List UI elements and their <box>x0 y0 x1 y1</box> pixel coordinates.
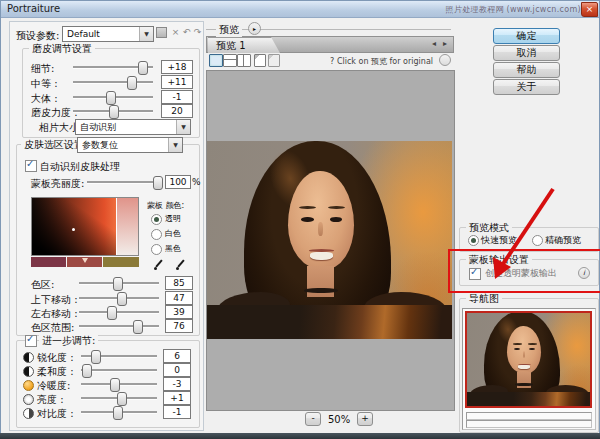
contrast-icon <box>23 408 34 419</box>
tab-prev-icon[interactable]: ◂ <box>432 39 436 48</box>
cancel-button[interactable]: 取消 <box>493 45 560 61</box>
ok-button[interactable]: 确定 <box>493 28 560 44</box>
view-single-icon[interactable] <box>209 54 223 67</box>
sharpness-value[interactable]: 6 <box>163 349 191 363</box>
view-split-horizontal-icon[interactable] <box>223 54 237 67</box>
brightness-value[interactable]: +1 <box>163 391 191 405</box>
portraiture-dialog: Portraiture 照片处理教程网 (www.jcwcn.com) × 预设… <box>0 0 600 434</box>
preset-dropdown[interactable]: Default ▼ <box>62 26 154 42</box>
navigator-viewbox[interactable] <box>465 311 592 408</box>
chevron-down-icon: ▼ <box>176 120 190 134</box>
swatch-left[interactable] <box>31 257 66 267</box>
enhancements-title: 进一步调节: <box>39 334 98 348</box>
zoom-in-button[interactable]: + <box>357 412 373 426</box>
warmth-value[interactable]: -3 <box>163 377 191 391</box>
mask-color-title: 蒙板 颜色: <box>147 200 184 211</box>
vertical-shift-value[interactable]: 47 <box>165 291 193 305</box>
slider-label: 锐化度 : <box>37 351 74 365</box>
detail-slider[interactable] <box>73 61 153 73</box>
mask-brightness-slider[interactable] <box>87 176 161 188</box>
slider-label: 冷暖度: <box>37 379 70 393</box>
slider-label: 色区: <box>31 278 54 292</box>
photo-size-dropdown[interactable]: 自动识别 ▼ <box>75 119 191 135</box>
brightness-slider[interactable] <box>81 392 157 404</box>
skin-tone-picker[interactable] <box>31 197 139 256</box>
enhancements-checkbox[interactable] <box>25 335 37 347</box>
medium-value[interactable]: +11 <box>161 75 193 89</box>
add-preview-icon[interactable] <box>254 54 266 67</box>
about-button[interactable]: 关于 <box>493 79 560 95</box>
warmth-slider[interactable] <box>81 378 157 390</box>
navigator-status-strip <box>466 420 592 428</box>
save-preset-icon[interactable] <box>156 27 167 38</box>
auto-detect-label: 自动识别皮肤处理 <box>40 160 120 174</box>
mask-color-black-radio[interactable] <box>151 244 162 255</box>
swatch-right[interactable] <box>103 257 139 267</box>
auto-detect-checkbox[interactable] <box>25 160 37 172</box>
contrast-slider[interactable] <box>81 406 157 418</box>
preset-label: 预设参数: <box>16 29 59 43</box>
mask-brightness-value[interactable]: 100 <box>165 175 191 189</box>
photo-eye <box>301 217 313 221</box>
hue-value[interactable]: 85 <box>165 276 193 290</box>
mask-brightness-label: 蒙板亮丽度: <box>31 177 84 191</box>
slider-label: 色区范围: <box>31 321 74 335</box>
original-toggle-icon[interactable] <box>439 54 451 66</box>
preview-canvas[interactable] <box>206 70 455 411</box>
preview-tabbar: 预览 1 ◂ ▸ <box>206 36 454 53</box>
title-bar[interactable]: Portraiture 照片处理教程网 (www.jcwcn.com) × <box>1 1 599 18</box>
view-split-vertical-icon[interactable] <box>237 54 251 67</box>
photo-clothing <box>207 305 452 339</box>
range-slider[interactable] <box>79 320 159 332</box>
preview-photo[interactable] <box>207 141 452 339</box>
sharpness-slider[interactable] <box>81 350 157 362</box>
range-value[interactable]: 76 <box>165 319 193 333</box>
duplicate-preview-icon[interactable] <box>268 54 280 67</box>
close-icon[interactable]: × <box>581 2 598 17</box>
preview-menu-icon[interactable]: ▸ <box>248 22 261 35</box>
warmth-icon <box>23 380 34 391</box>
contrast-value[interactable]: -1 <box>163 405 191 419</box>
mask-color-transparent-radio[interactable] <box>151 214 162 225</box>
undo-icon[interactable]: ↶ <box>181 27 192 38</box>
enhancements-group: 进一步调节: 锐化度 : 6 柔和度 : 0 冷暖度: -3 亮度 : +1 对… <box>16 340 200 428</box>
large-slider[interactable] <box>73 91 153 103</box>
delete-preset-icon[interactable]: × <box>170 27 181 38</box>
detail-value[interactable]: +18 <box>161 60 193 74</box>
hue-swatch-bar[interactable] <box>31 257 139 267</box>
help-button[interactable]: 帮助 <box>493 62 560 78</box>
eyedropper-add-icon[interactable] <box>175 259 187 271</box>
vertical-shift-slider[interactable] <box>79 292 159 304</box>
zoom-level: 50% <box>328 414 350 425</box>
slider-label: 大体 : <box>31 92 58 106</box>
strength-value[interactable]: 20 <box>161 104 193 118</box>
radio-label: 透明 <box>165 213 181 224</box>
chevron-down-icon: ▼ <box>168 138 182 152</box>
highlight-arrow <box>471 169 571 284</box>
slider-label: 中等 : <box>31 77 58 91</box>
softness-slider[interactable] <box>81 364 157 376</box>
hue-slider[interactable] <box>79 277 159 289</box>
mask-color-white-radio[interactable] <box>151 229 162 240</box>
redo-icon[interactable]: ↷ <box>192 27 203 38</box>
skin-area-group: 皮肤选区设置: 参数复位 ▼ 自动识别皮肤处理 蒙板亮丽度: 100 % <box>16 144 200 336</box>
slider-label: 亮度 : <box>37 393 64 407</box>
horizontal-shift-value[interactable]: 39 <box>165 305 193 319</box>
tab-preview-1[interactable]: 预览 1 <box>208 37 280 53</box>
tab-next-icon[interactable]: ▸ <box>443 39 447 48</box>
zoom-out-button[interactable]: - <box>305 412 321 426</box>
navigator-panel <box>462 308 596 430</box>
photo-eye <box>330 217 342 221</box>
eyedropper-icon[interactable] <box>153 259 165 271</box>
slider-label: 左右移动 : <box>31 307 78 321</box>
medium-slider[interactable] <box>73 76 153 88</box>
page-bottom-strip <box>0 433 600 439</box>
skin-preset-dropdown[interactable]: 参数复位 ▼ <box>77 137 183 153</box>
softness-value[interactable]: 0 <box>163 363 191 377</box>
slider-label: 对比度 : <box>37 407 74 421</box>
photo-smile <box>310 252 333 260</box>
large-value[interactable]: -1 <box>161 90 193 104</box>
navigator-group: 导航图 <box>459 298 599 433</box>
horizontal-shift-slider[interactable] <box>79 306 159 318</box>
strength-slider[interactable] <box>73 105 153 117</box>
